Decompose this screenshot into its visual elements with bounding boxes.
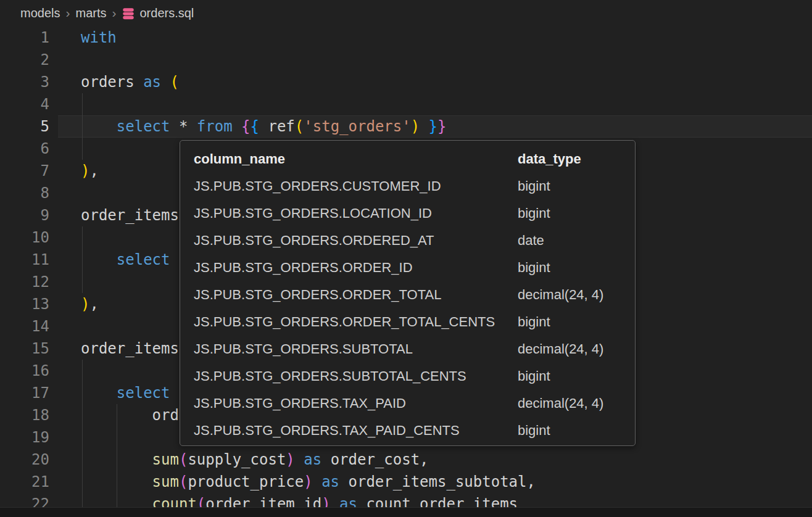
code-token: { xyxy=(241,118,250,135)
code-token xyxy=(420,118,428,135)
code-token: order_cost, xyxy=(331,451,429,468)
popup-header-row: column_name data_type xyxy=(194,146,621,173)
panel-edge xyxy=(0,507,812,517)
chevron-right-icon: › xyxy=(112,6,116,19)
code-token: order_item_id xyxy=(205,495,321,507)
table-row: JS.PUB.STG_ORDERS.ORDERED_ATdate xyxy=(194,227,621,254)
column-name-cell: JS.PUB.STG_ORDERS.SUBTOTAL_CENTS xyxy=(194,368,518,384)
data-type-cell: bigint xyxy=(518,423,621,439)
code-line[interactable]: 20 sum(supply_cost) as order_cost, xyxy=(0,449,812,471)
code-token: count xyxy=(152,495,197,507)
code-line-content[interactable]: orders as ( xyxy=(58,71,812,93)
line-number: 8 xyxy=(0,182,58,204)
code-token xyxy=(188,118,196,135)
code-line-content[interactable] xyxy=(58,93,812,115)
breadcrumb: models › marts › orders.sql xyxy=(0,0,812,27)
table-row: JS.PUB.STG_ORDERS.CUSTOMER_IDbigint xyxy=(194,173,621,200)
line-number: 9 xyxy=(0,204,58,226)
data-type-cell: bigint xyxy=(518,178,621,194)
column-name-cell: JS.PUB.STG_ORDERS.ORDERED_AT xyxy=(194,233,518,249)
code-line-content[interactable]: sum(product_price) as order_items_subtot… xyxy=(58,471,812,493)
code-line-content[interactable]: sum(supply_cost) as order_cost, xyxy=(58,449,812,471)
code-token: as xyxy=(321,473,339,490)
code-line-content[interactable]: count(order_item_id) as count_order_item… xyxy=(58,493,812,507)
column-name-cell: JS.PUB.STG_ORDERS.TAX_PAID xyxy=(194,395,518,412)
breadcrumb-item-marts[interactable]: marts xyxy=(75,6,106,20)
code-token: ) xyxy=(286,451,294,468)
popup-header-column-name: column_name xyxy=(194,151,518,167)
code-token: ( xyxy=(295,118,304,135)
code-token: order_items_subtotal, xyxy=(349,473,536,490)
code-line-content[interactable] xyxy=(58,49,812,71)
code-token xyxy=(295,451,304,468)
code-token: 'stg_orders' xyxy=(304,118,410,135)
table-row: JS.PUB.STG_ORDERS.SUBTOTALdecimal(24, 4) xyxy=(194,336,621,363)
code-token: ) xyxy=(411,118,420,135)
code-line[interactable]: 2 xyxy=(0,49,812,71)
code-line[interactable]: 22 count(order_item_id) as count_order_i… xyxy=(0,493,812,507)
code-token xyxy=(170,118,179,135)
code-token: ( xyxy=(179,451,188,468)
database-icon xyxy=(122,7,135,20)
column-name-cell: JS.PUB.STG_ORDERS.ORDER_ID xyxy=(194,260,518,276)
table-row: JS.PUB.STG_ORDERS.ORDER_TOTAL_CENTSbigin… xyxy=(194,308,621,336)
code-line-content[interactable]: select * from {{ ref('stg_orders') }} xyxy=(58,115,812,138)
line-number: 7 xyxy=(0,160,58,182)
code-token: from xyxy=(197,118,233,135)
code-token xyxy=(331,495,339,507)
code-token xyxy=(81,495,152,507)
line-number: 14 xyxy=(0,315,58,337)
data-type-cell: bigint xyxy=(518,314,621,330)
line-number: 19 xyxy=(0,426,58,449)
code-token: select xyxy=(117,384,170,402)
code-token: , xyxy=(89,296,98,313)
line-number: 15 xyxy=(0,337,58,360)
code-token xyxy=(81,118,117,135)
code-token: as xyxy=(339,495,357,507)
table-row: JS.PUB.STG_ORDERS.SUBTOTAL_CENTSbigint xyxy=(194,363,621,390)
table-row: JS.PUB.STG_ORDERS.ORDER_TOTALdecimal(24,… xyxy=(194,281,621,308)
line-number: 5 xyxy=(0,115,58,138)
code-token: ( xyxy=(197,495,205,507)
code-token: ) xyxy=(81,162,89,180)
code-token xyxy=(313,473,321,490)
code-token xyxy=(233,118,241,135)
popup-header-data-type: data_type xyxy=(518,151,621,167)
line-number: 10 xyxy=(0,226,58,249)
line-number: 6 xyxy=(0,138,58,160)
breadcrumb-item-file[interactable]: orders.sql xyxy=(122,6,194,20)
column-name-cell: JS.PUB.STG_ORDERS.CUSTOMER_ID xyxy=(194,178,518,194)
line-number: 13 xyxy=(0,293,58,315)
code-line[interactable]: 3orders as ( xyxy=(0,71,812,93)
editor-window: { "colors": { "background": "#212121", "… xyxy=(0,0,812,517)
line-number: 4 xyxy=(0,93,58,115)
code-token: { xyxy=(251,118,259,135)
code-token xyxy=(81,384,117,402)
column-name-cell: JS.PUB.STG_ORDERS.ORDER_TOTAL xyxy=(194,287,518,303)
code-token: ( xyxy=(179,473,188,490)
line-number: 22 xyxy=(0,493,58,507)
column-name-cell: JS.PUB.STG_ORDERS.TAX_PAID_CENTS xyxy=(194,423,518,439)
code-token xyxy=(321,451,330,468)
column-name-cell: JS.PUB.STG_ORDERS.ORDER_TOTAL_CENTS xyxy=(194,314,518,330)
code-line-content[interactable]: with xyxy=(58,27,812,49)
code-token: ord xyxy=(81,407,179,424)
line-number: 11 xyxy=(0,249,58,271)
column-info-popup: column_name data_type JS.PUB.STG_ORDERS.… xyxy=(180,140,636,446)
line-number: 17 xyxy=(0,382,58,404)
code-token: order_items xyxy=(81,340,179,357)
breadcrumb-item-models[interactable]: models xyxy=(20,6,60,20)
code-token: sum xyxy=(152,451,179,468)
code-line[interactable]: 4 xyxy=(0,93,812,115)
code-token: count_order_items xyxy=(366,495,518,507)
code-line[interactable]: 21 sum(product_price) as order_items_sub… xyxy=(0,471,812,493)
code-line[interactable]: 5 select * from {{ ref('stg_orders') }} xyxy=(0,115,812,138)
data-type-cell: bigint xyxy=(518,205,621,221)
code-token xyxy=(161,73,170,91)
code-token xyxy=(81,473,152,490)
code-token: select xyxy=(117,118,170,135)
data-type-cell: date xyxy=(518,233,621,249)
code-token xyxy=(259,118,268,135)
code-line[interactable]: 1with xyxy=(0,27,812,49)
data-type-cell: bigint xyxy=(518,260,621,276)
